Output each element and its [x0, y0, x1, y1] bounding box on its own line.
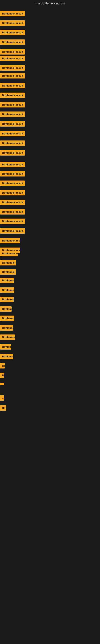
bottleneck-item-11[interactable]: Bottleneck result: [0, 102, 25, 108]
bottleneck-item-13[interactable]: Bottleneck result: [0, 121, 25, 128]
bottleneck-item-4[interactable]: Bottleneck result: [0, 40, 25, 46]
bottleneck-badge: Bottleneck result: [0, 238, 20, 243]
bottleneck-item-25[interactable]: Bottleneck result: [0, 238, 20, 244]
bottleneck-item-24[interactable]: Bottleneck result: [0, 228, 25, 234]
bottleneck-badge: Bottleneck re: [0, 334, 15, 340]
bottleneck-item-32[interactable]: Bottleneck r: [0, 297, 14, 303]
bottleneck-item-39[interactable]: Bo: [0, 363, 5, 369]
bottleneck-item-17[interactable]: Bottleneck result: [0, 162, 25, 168]
bottleneck-item-14[interactable]: Bottleneck result: [0, 131, 25, 137]
bottleneck-badge: Bottleneck result: [0, 150, 25, 156]
bottleneck-badge: Bottleneck n: [0, 316, 14, 321]
bottleneck-item-9[interactable]: Bottleneck result: [0, 83, 25, 89]
bottleneck-item-8[interactable]: Bottleneck result: [0, 73, 25, 79]
bottleneck-badge: Bottleneck result: [0, 190, 25, 196]
bottleneck-badge: Bottleneck result: [0, 92, 25, 98]
bottleneck-item-28[interactable]: Bottleneck result: [0, 260, 16, 266]
bottleneck-badge: Bottleneck r: [0, 278, 14, 283]
bottleneck-item-37[interactable]: Bottlene: [0, 344, 11, 350]
bottleneck-badge: Bottleneck result: [0, 269, 16, 275]
bottleneck-item-21[interactable]: Bottleneck result: [0, 200, 25, 206]
bottleneck-badge: Bottleneck result: [0, 209, 25, 214]
bottleneck-badge: Bottleneck result: [0, 20, 25, 26]
bottleneck-item-22[interactable]: Bottleneck result: [0, 209, 25, 215]
bottleneck-item-2[interactable]: Bottleneck result: [0, 20, 25, 26]
bottleneck-badge: Bottleneck result: [0, 102, 25, 108]
bottleneck-badge: Bottleneck result: [0, 180, 25, 186]
bottleneck-badge: Bottleneck: [0, 354, 13, 359]
bottleneck-badge: Bottleneck result: [0, 251, 18, 256]
bottleneck-item-42[interactable]: …: [0, 395, 4, 402]
bottleneck-badge: Bottleneck result: [0, 65, 25, 71]
bottleneck-badge: [0, 383, 4, 385]
bottleneck-badge: Bottleneck result: [0, 162, 25, 167]
bottleneck-badge: …: [0, 395, 4, 401]
bottleneck-item-31[interactable]: Bottleneck re: [0, 288, 14, 294]
bottleneck-badge: Bottleneck result: [0, 171, 25, 176]
bottleneck-item-43[interactable]: Bott: [0, 405, 6, 412]
bottleneck-item-35[interactable]: Bottleneck: [0, 325, 13, 332]
bottleneck-badge: B: [0, 373, 4, 378]
bottleneck-badge: Bottleneck result: [0, 56, 25, 61]
bottleneck-badge: Bottleneck r: [0, 297, 14, 302]
bottleneck-badge: Bottlene: [0, 306, 12, 312]
bottleneck-item-5[interactable]: Bottleneck result: [0, 49, 25, 55]
bottleneck-item-3[interactable]: Bottleneck result: [0, 30, 25, 36]
bottleneck-item-19[interactable]: Bottleneck result: [0, 180, 25, 187]
bottleneck-item-38[interactable]: Bottleneck: [0, 354, 13, 360]
bottleneck-badge: Bottleneck result: [0, 260, 16, 266]
bottleneck-item-33[interactable]: Bottlene: [0, 306, 12, 312]
bottleneck-item-12[interactable]: Bottleneck result: [0, 112, 25, 118]
bottleneck-item-6[interactable]: Bottleneck result: [0, 56, 25, 62]
bottleneck-item-16[interactable]: Bottleneck result: [0, 150, 25, 156]
bottleneck-item-40[interactable]: B: [0, 373, 4, 379]
bottleneck-item-30[interactable]: Bottleneck r: [0, 278, 14, 284]
bottleneck-badge: Bottleneck result: [0, 40, 25, 45]
bottleneck-item-7[interactable]: Bottleneck result: [0, 65, 25, 72]
bottleneck-badge: Bottleneck result: [0, 121, 25, 126]
bottleneck-badge: Bottleneck result: [0, 11, 25, 16]
bottleneck-item-15[interactable]: Bottleneck result: [0, 140, 25, 147]
bottleneck-item-27[interactable]: Bottleneck result: [0, 251, 18, 257]
bottleneck-item-36[interactable]: Bottleneck re: [0, 334, 15, 341]
bottleneck-item-1[interactable]: Bottleneck result: [0, 11, 25, 17]
bottleneck-badge: Bottleneck result: [0, 112, 25, 117]
bottleneck-badge: Bottlene: [0, 344, 11, 350]
bottleneck-badge: Bottleneck: [0, 325, 13, 331]
site-title: TheBottlenecker.com: [0, 0, 100, 7]
bottleneck-badge: Bottleneck result: [0, 218, 25, 224]
bottleneck-badge: Bottleneck result: [0, 73, 25, 78]
bottleneck-item-18[interactable]: Bottleneck result: [0, 171, 25, 177]
bottleneck-badge: Bottleneck result: [0, 131, 25, 136]
bottleneck-badge: Bottleneck result: [0, 49, 25, 54]
bottleneck-item-34[interactable]: Bottleneck n: [0, 316, 14, 322]
bottleneck-badge: Bottleneck result: [0, 200, 25, 205]
bottleneck-item-23[interactable]: Bottleneck result: [0, 218, 25, 225]
bottleneck-badge: Bottleneck result: [0, 228, 25, 234]
bottleneck-item-10[interactable]: Bottleneck result: [0, 92, 25, 99]
bottleneck-badge: Bottleneck result: [0, 140, 25, 146]
bottleneck-badge: Bottleneck result: [0, 83, 25, 88]
bottleneck-item-41[interactable]: [0, 382, 4, 386]
bottleneck-badge: Bottleneck result: [0, 30, 25, 35]
bottleneck-item-20[interactable]: Bottleneck result: [0, 190, 25, 196]
bottleneck-badge: Bo: [0, 363, 5, 368]
bottleneck-badge: Bott: [0, 405, 6, 411]
bottleneck-badge: Bottleneck re: [0, 288, 14, 293]
bottleneck-item-29[interactable]: Bottleneck result: [0, 269, 16, 276]
